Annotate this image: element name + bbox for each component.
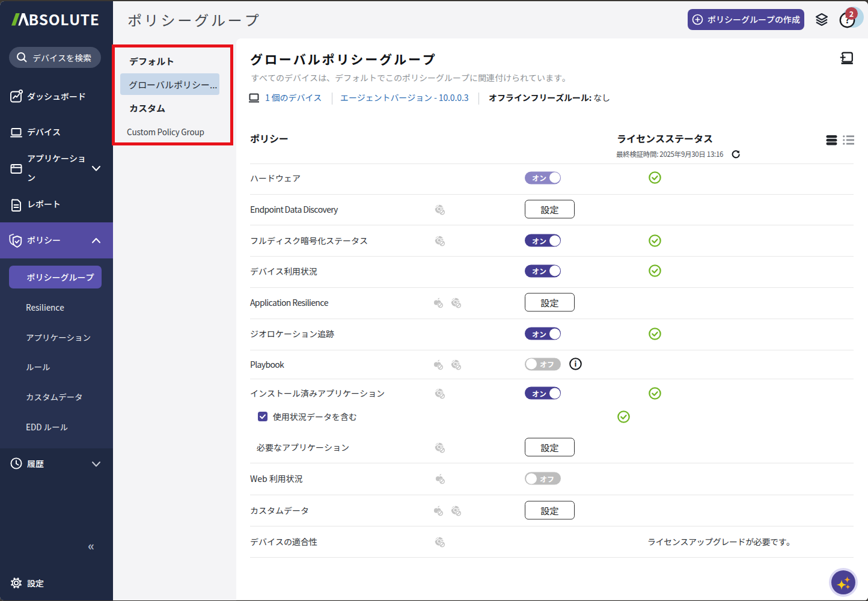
svg-text:BSOLUTE: BSOLUTE (29, 11, 100, 28)
svg-text:i: i (575, 358, 577, 369)
